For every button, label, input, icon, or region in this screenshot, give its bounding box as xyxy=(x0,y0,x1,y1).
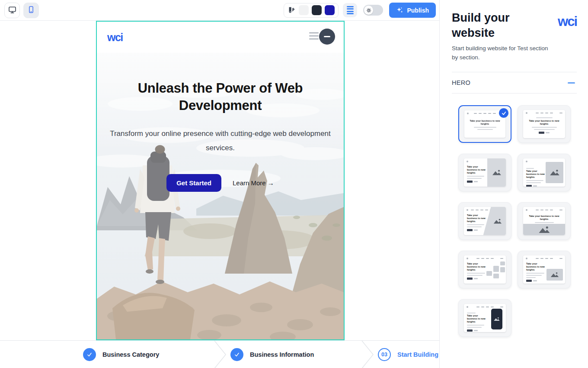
theme-swatch-light[interactable] xyxy=(299,5,309,15)
template-wireframe: Take your business to new heights xyxy=(464,207,506,235)
thumb-caption: Take your business to new heights xyxy=(467,119,502,126)
thumb-caption: Take your business to new heights xyxy=(467,165,488,174)
thumb-caption: Take your business to new heights xyxy=(526,262,547,271)
publish-button[interactable]: Publish xyxy=(389,3,436,18)
template-wireframe: Take your business to new heights xyxy=(523,207,565,235)
swatches-icon xyxy=(288,6,296,14)
step-business-information[interactable]: Business Information xyxy=(230,341,314,368)
preview-site-header: wci xyxy=(97,22,344,53)
thumb-caption: Take your business to new heights xyxy=(526,215,562,221)
device-switcher xyxy=(4,3,39,18)
minus-icon xyxy=(324,36,330,38)
thumb-caption: Take your business to new heights xyxy=(467,314,488,323)
thumb-caption: Take your business to new heights xyxy=(467,262,488,271)
preview-site-logo[interactable]: wci xyxy=(107,31,123,44)
check-icon xyxy=(83,348,96,361)
template-thumb-5[interactable]: Take your business to new heights xyxy=(458,202,511,240)
preview-hero-section: Unleash the Power of Web Development Tra… xyxy=(97,53,344,192)
step-label: Business Category xyxy=(102,351,159,358)
template-wireframe: Take your business to new heights xyxy=(523,110,565,138)
mobile-preview-button[interactable] xyxy=(23,3,39,18)
website-builder-app: Publish xyxy=(0,0,588,368)
thumb-caption: Take your business to new heights xyxy=(526,170,547,179)
thumb-caption: Take your business to new heights xyxy=(526,119,562,126)
desktop-preview-button[interactable] xyxy=(4,3,20,18)
sections-list-button[interactable] xyxy=(343,3,357,17)
selected-check-icon xyxy=(499,108,508,118)
learn-more-link[interactable]: Learn More → xyxy=(233,179,274,187)
list-lines-icon xyxy=(347,6,354,7)
template-thumb-9[interactable]: Take your business to new heights xyxy=(458,299,511,337)
template-thumb-4[interactable]: Take your business to new heights xyxy=(518,154,571,191)
step-separator xyxy=(361,341,374,368)
sidebar-title: Build your website xyxy=(452,10,540,41)
hamburger-menu-icon[interactable] xyxy=(309,32,319,39)
check-icon xyxy=(230,348,243,361)
step-label: Business Information xyxy=(250,351,314,358)
minus-icon xyxy=(568,82,575,84)
toggle-knob xyxy=(364,6,373,15)
theme-color-group xyxy=(284,3,339,18)
step-business-category[interactable]: Business Category xyxy=(83,341,159,368)
template-thumb-7[interactable]: Take your business to new heights xyxy=(458,251,511,288)
hero-cta-row: Get Started Learn More → xyxy=(97,174,344,192)
theme-swatch-dark[interactable] xyxy=(312,5,322,15)
sidebar-subtitle: Start building website for Test section … xyxy=(452,44,553,62)
section-collapse-button[interactable] xyxy=(319,29,335,45)
canvas-area: Publish xyxy=(0,0,439,340)
preview-menu-area xyxy=(309,29,333,46)
desktop-icon xyxy=(8,6,16,15)
template-thumb-1-selected[interactable]: Take your business to new heights xyxy=(458,105,511,143)
step-separator xyxy=(214,341,226,368)
progress-steps-bar: Business Category Business Information 0… xyxy=(0,340,439,368)
publish-label: Publish xyxy=(407,7,429,14)
toolbar-actions: Publish xyxy=(284,3,436,18)
hero-section-row[interactable]: HERO xyxy=(452,72,577,93)
template-thumb-3[interactable]: Take your business to new heights xyxy=(458,154,511,191)
sidebar-header: Build your website wci xyxy=(452,10,577,41)
top-toolbar: Publish xyxy=(0,0,439,21)
step-label: Start Building xyxy=(397,351,438,358)
mobile-preview-frame: wci Unleash the Power of Web Development… xyxy=(96,21,345,340)
hero-collapse-button[interactable] xyxy=(566,81,577,85)
template-thumb-6[interactable]: Take your business to new heights xyxy=(518,202,571,240)
hero-title: Unleash the Power of Web Development xyxy=(121,80,320,114)
template-thumb-8[interactable]: Take your business to new heights xyxy=(518,251,571,288)
step-start-building[interactable]: 03 Start Building xyxy=(378,341,438,368)
sparkles-icon xyxy=(396,6,403,14)
sun-icon xyxy=(366,8,371,13)
step-number-badge: 03 xyxy=(378,348,391,361)
template-wireframe: Take your business to new heights xyxy=(464,255,506,284)
get-started-button[interactable]: Get Started xyxy=(166,174,221,192)
template-grid: Take your business to new heights Ta xyxy=(458,105,577,337)
theme-swatch-blue[interactable] xyxy=(325,5,335,15)
template-wireframe: Take your business to new heights xyxy=(523,255,565,284)
template-wireframe: Take your business to new heights xyxy=(464,304,506,332)
template-thumb-2[interactable]: Take your business to new heights xyxy=(518,105,571,143)
build-sidebar: Build your website wci Start building we… xyxy=(439,0,588,368)
dark-mode-toggle[interactable] xyxy=(363,5,383,16)
smartphone-icon xyxy=(27,6,35,15)
hero-section-label: HERO xyxy=(452,79,470,86)
template-wireframe: Take your business to new heights xyxy=(464,158,506,187)
brand-logo: wci xyxy=(558,14,577,29)
template-wireframe: Take your business to new heights xyxy=(523,158,565,187)
thumb-caption: Take your business to new heights xyxy=(467,214,488,223)
divider xyxy=(452,93,577,94)
hero-subtitle: Transform your online presence with cutt… xyxy=(101,127,340,155)
